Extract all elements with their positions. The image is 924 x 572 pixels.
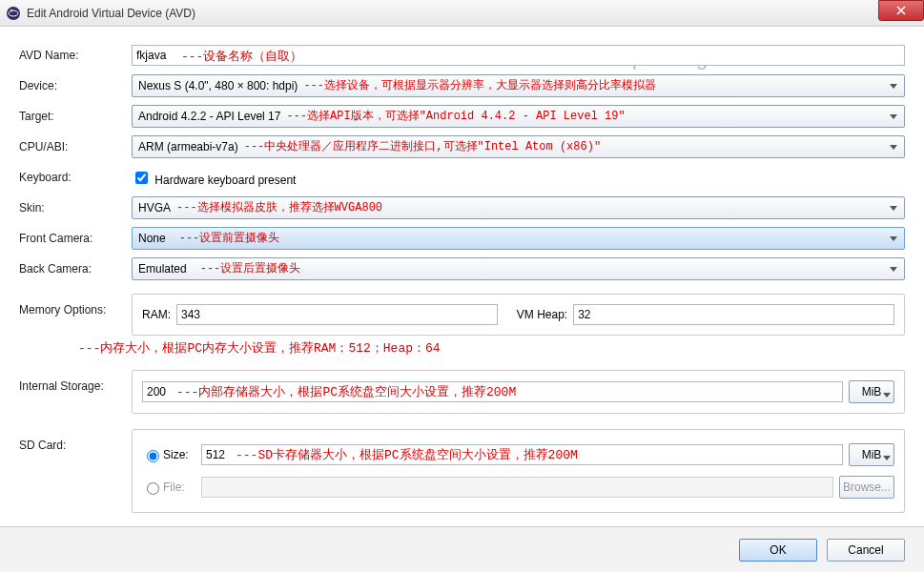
internal-unit-select[interactable]: MiB [849, 380, 894, 403]
chevron-down-icon [883, 450, 891, 463]
sd-groupbox: Size: ---SD卡存储器大小，根据PC系统盘空间大小设置，推荐200M M… [132, 429, 905, 513]
skin-select[interactable]: HVGA ---选择模拟器皮肤，推荐选择WVGA800 [132, 196, 905, 219]
back-camera-select[interactable]: Emulated ---设置后置摄像头 [132, 257, 905, 280]
cpu-abi-annot: ---中央处理器／应用程序二进制接口,可选择"Intel Atom (x86)" [244, 139, 601, 154]
chevron-down-icon [887, 232, 900, 245]
svg-point-2 [10, 9, 13, 11]
front-camera-value: None [138, 231, 166, 246]
front-camera-select[interactable]: None ---设置前置摄像头 [132, 227, 905, 250]
ok-button[interactable]: OK [739, 539, 817, 562]
device-label: Device: [19, 79, 132, 92]
memory-options-label: Memory Options: [19, 294, 132, 317]
cancel-button[interactable]: Cancel [827, 539, 905, 562]
sd-file-label: File: [163, 480, 201, 494]
chevron-down-icon [887, 110, 900, 123]
form-content: AVD Name: ---设备名称（自取） Device: Nexus S (4… [0, 27, 924, 538]
chevron-down-icon [887, 140, 900, 153]
browse-button: Browse... [839, 476, 894, 499]
target-annot: ---选择API版本，可选择"Android 4.4.2 - API Level… [286, 109, 625, 124]
sd-unit-select[interactable]: MiB [849, 443, 894, 466]
vmheap-label: VM Heap: [517, 308, 567, 321]
close-button[interactable] [878, 0, 924, 21]
window-title: Edit Android Virtual Device (AVD) [27, 7, 195, 20]
cpu-abi-label: CPU/ABI: [19, 140, 132, 153]
target-label: Target: [19, 110, 132, 123]
internal-annot: ---内部存储器大小，根据PC系统盘空间大小设置，推荐200M [176, 383, 516, 400]
chevron-down-icon [883, 387, 891, 400]
device-annot: ---选择设备，可根据显示器分辨率，大显示器选择则高分比率模拟器 [303, 78, 656, 93]
avd-name-annot: ---设备名称（自取） [181, 48, 302, 65]
cpu-abi-select[interactable]: ARM (armeabi-v7a) ---中央处理器／应用程序二进制接口,可选择… [132, 135, 905, 158]
internal-unit-value: MiB [862, 385, 882, 398]
sd-card-label: SD Card: [19, 429, 132, 452]
avd-name-label: AVD Name: [19, 49, 132, 62]
sd-unit-value: MiB [862, 448, 882, 461]
titlebar: Edit Android Virtual Device (AVD) [0, 0, 924, 27]
back-camera-value: Emulated [138, 261, 187, 276]
target-select[interactable]: Android 4.2.2 - API Level 17 ---选择API版本，… [132, 105, 905, 128]
memory-annot: ---内存大小，根据PC内存大小设置，推荐RAM：512；Heap：64 [78, 339, 905, 357]
device-select[interactable]: Nexus S (4.0", 480 × 800: hdpi) ---选择设备，… [132, 74, 905, 97]
memory-groupbox: RAM: VM Heap: [132, 294, 905, 336]
sd-size-radio[interactable] [147, 450, 159, 462]
internal-groupbox: ---内部存储器大小，根据PC系统盘空间大小设置，推荐200M MiB [132, 370, 905, 414]
cpu-abi-value: ARM (armeabi-v7a) [138, 139, 238, 154]
skin-annot: ---选择模拟器皮肤，推荐选择WVGA800 [176, 200, 382, 215]
keyboard-label: Keyboard: [19, 171, 132, 184]
front-camera-label: Front Camera: [19, 232, 132, 245]
sd-file-radio[interactable] [147, 482, 159, 495]
device-value: Nexus S (4.0", 480 × 800: hdpi) [138, 78, 298, 93]
back-camera-annot: ---设置后置摄像头 [200, 261, 301, 276]
keyboard-checkbox[interactable] [135, 172, 148, 184]
ram-label: RAM: [142, 308, 171, 321]
chevron-down-icon [887, 79, 900, 92]
back-camera-label: Back Camera: [19, 262, 132, 276]
chevron-down-icon [887, 262, 900, 276]
target-value: Android 4.2.2 - API Level 17 [138, 109, 280, 124]
sd-file-input [201, 477, 833, 498]
chevron-down-icon [887, 201, 900, 214]
keyboard-cb-label: Hardware keyboard present [152, 174, 296, 187]
front-camera-annot: ---设置前置摄像头 [179, 231, 280, 246]
sd-annot: ---SD卡存储器大小，根据PC系统盘空间大小设置，推荐200M [236, 446, 578, 463]
sd-size-label: Size: [163, 448, 201, 461]
internal-storage-label: Internal Storage: [19, 370, 132, 393]
eclipse-icon [6, 6, 21, 21]
skin-label: Skin: [19, 201, 132, 214]
ram-input[interactable] [176, 304, 498, 325]
vmheap-input[interactable] [573, 304, 894, 325]
skin-value: HVGA [138, 200, 171, 215]
